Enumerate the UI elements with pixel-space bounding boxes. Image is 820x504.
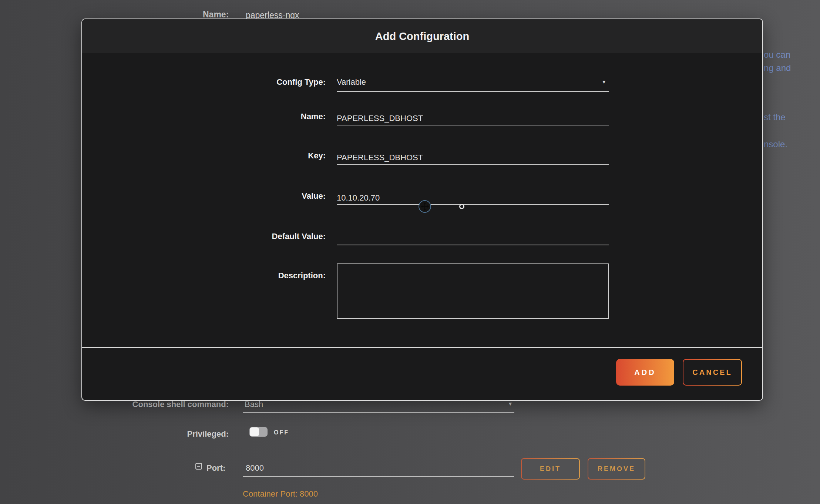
move-arrows-glyph [420,202,429,211]
modal-title: Add Configuration [375,30,470,43]
chevron-down-icon: ▼ [508,401,513,407]
name-label: Name: [189,112,326,121]
console-shell-command-underline [243,412,514,413]
console-shell-command-select[interactable]: Bash [245,400,263,409]
port-label: Port: [206,463,225,473]
port-value-field[interactable]: 8000 [246,463,264,473]
config-type-selected-value: Variable [337,77,366,87]
port-underline [243,476,514,477]
container-port-note: Container Port: 8000 [243,489,318,499]
cancel-button[interactable]: CANCEL [683,359,742,386]
bg-name-label: Name: [203,10,229,20]
remove-button[interactable]: REMOVE [588,458,645,480]
value-field-wrap [337,188,609,206]
privileged-toggle-state: OFF [274,429,289,436]
name-field-wrap [337,109,609,126]
bg-help-text-fragment: st the [764,112,786,122]
bg-help-text-fragment: ng and [764,63,791,73]
bg-help-text-fragment: nsole. [764,139,787,149]
value-field[interactable] [337,188,609,205]
privileged-toggle[interactable] [249,427,268,437]
modal-footer-divider [82,347,762,348]
screen: Name: paperless-ngx ou can ng and st the… [0,0,820,504]
default-value-field-wrap [337,229,609,246]
value-label: Value: [189,191,326,201]
move-cursor-icon [419,200,431,213]
key-field[interactable] [337,148,609,165]
default-value-field[interactable] [337,229,609,245]
name-field[interactable] [337,109,609,125]
privileged-label: Privileged: [148,429,229,439]
edit-button[interactable]: EDIT [521,458,580,480]
bg-help-text-fragment: ou can [764,50,790,60]
modal-header: Add Configuration [82,19,762,53]
chevron-down-icon: ▼ [601,79,606,85]
console-shell-command-label: Console shell command: [111,400,229,409]
config-type-select[interactable]: Variable ▼ [337,74,609,92]
collapse-minus-icon[interactable] [195,463,202,470]
description-textarea[interactable] [337,263,609,319]
config-type-label: Config Type: [189,77,326,87]
toggle-knob [250,427,259,436]
description-label: Description: [189,271,326,280]
add-button[interactable]: ADD [616,359,674,386]
key-field-wrap [337,148,609,165]
default-value-label: Default Value: [189,232,326,241]
key-label: Key: [189,151,326,161]
circle-cursor-icon [459,204,464,209]
